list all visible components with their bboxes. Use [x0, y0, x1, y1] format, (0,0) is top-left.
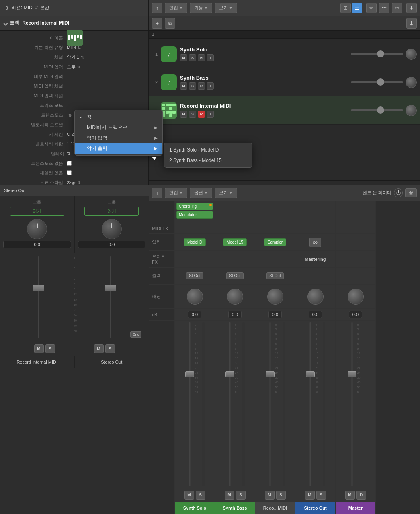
menu-item-inst-input[interactable]: 악기 입력 ▶	[75, 133, 162, 143]
input-monitor-button[interactable]: I	[207, 82, 214, 90]
submenu-item-1[interactable]: 1 Synth Solo - Model D	[164, 145, 252, 155]
st-out-button-2[interactable]: St Out	[226, 272, 243, 279]
scissors-icon[interactable]: ✂	[392, 3, 402, 13]
prop-value[interactable]: ⇅	[67, 113, 72, 117]
fader-thumb-solo[interactable]	[185, 371, 194, 377]
fader-thumb-stereo[interactable]	[306, 371, 315, 377]
record-button[interactable]: R	[198, 111, 205, 118]
prop-value[interactable]	[67, 161, 72, 166]
pan-knob-solo[interactable]	[187, 289, 203, 305]
solo-bass[interactable]: S	[236, 491, 246, 500]
pan-knob-master[interactable]	[348, 289, 364, 305]
mixer-edit-button[interactable]: 편집 ▼	[165, 188, 187, 198]
solo-button[interactable]: S	[189, 111, 196, 118]
fader-thumb-record[interactable]	[266, 371, 275, 377]
fader-thumb-bass[interactable]	[225, 371, 234, 377]
pan-knob[interactable]	[406, 49, 417, 60]
mute-stereo[interactable]: M	[305, 491, 315, 500]
add-track-button[interactable]: +	[152, 18, 162, 29]
solo-btn-left2[interactable]: S	[105, 344, 115, 353]
copy-track-button[interactable]: ⧉	[165, 18, 175, 29]
pan-knob-record[interactable]	[267, 289, 283, 305]
function-button[interactable]: 기능 ▼	[190, 3, 212, 13]
track-icon-synth-bass[interactable]: ♪	[161, 74, 177, 90]
mixer-toolbar: ↑ 편집 ▼ 옵션 ▼ 보기 ▼ 센드 온 페이더 ⏻ 끔	[149, 185, 420, 201]
fader-thumb-v-1[interactable]	[33, 285, 44, 291]
wave-icon[interactable]: 〜	[379, 3, 389, 13]
solo-solo[interactable]: S	[196, 491, 205, 500]
st-out-button-3[interactable]: St Out	[266, 272, 283, 279]
track-icon-display[interactable]	[67, 30, 83, 46]
track-icon-record-midi[interactable]	[161, 102, 177, 119]
modulator-plugin[interactable]: Modulator	[176, 211, 213, 219]
download-button[interactable]: ⬇	[406, 18, 417, 29]
mute-bass[interactable]: M	[225, 491, 234, 500]
read-button-2[interactable]: 읽기	[84, 207, 139, 216]
view-button[interactable]: 보기 ▼	[215, 3, 237, 13]
prop-value[interactable]	[67, 170, 72, 175]
solo-button[interactable]: S	[189, 82, 196, 90]
mixer-options-button[interactable]: 옵션 ▼	[190, 188, 212, 198]
mute-btn-left1[interactable]: M	[34, 344, 44, 353]
mixer-view-button[interactable]: 보기 ▼	[215, 188, 237, 198]
mixer-up-button[interactable]: ↑	[152, 188, 162, 198]
prop-value[interactable]: 모두 ⇅	[67, 64, 80, 70]
menu-item-cut[interactable]: ✓ 끔	[75, 112, 162, 122]
mute-record[interactable]: M	[265, 491, 275, 500]
chord-trig-plugin[interactable]: ChordTrig	[176, 203, 213, 210]
menu-item-midi-to-track[interactable]: MIDI에서 트랙으로 ▶	[75, 122, 162, 133]
solo-btn-left1[interactable]: S	[45, 344, 55, 353]
track-icon-synth-solo[interactable]: ♪	[161, 46, 177, 62]
pan-knob-stereo[interactable]	[307, 289, 324, 305]
model-d-button[interactable]: Model D	[184, 238, 206, 246]
menu-item-inst-output[interactable]: 악기 출력 ▶	[75, 143, 162, 154]
pan-knob-2[interactable]	[102, 219, 122, 239]
pan-knob-1[interactable]	[27, 219, 47, 239]
prop-value[interactable]: MIDI ⇅	[67, 45, 81, 50]
pan-knob-bass[interactable]	[227, 289, 243, 305]
download-icon[interactable]: ⬇	[406, 3, 417, 13]
model-15-button[interactable]: Model 15	[223, 238, 247, 246]
pan-knob[interactable]	[406, 77, 417, 88]
pan-knob[interactable]	[406, 105, 417, 116]
master-ms: M D	[336, 488, 375, 502]
prop-value[interactable]: ⇅	[67, 151, 70, 156]
fader-thumb[interactable]	[377, 106, 384, 114]
grid-view-icon[interactable]: ⊞	[340, 3, 351, 13]
st-out-button-1[interactable]: St Out	[186, 272, 203, 279]
solo-button[interactable]: S	[189, 54, 196, 61]
input-monitor-button[interactable]: I	[207, 54, 214, 61]
read-button-1[interactable]: 읽기	[10, 207, 64, 216]
edit-button[interactable]: 편집 ▼	[165, 3, 187, 13]
volume-fader[interactable]	[351, 109, 403, 111]
fader-thumb-master[interactable]	[348, 371, 356, 377]
infinity-input[interactable]: ∞	[309, 238, 321, 247]
volume-fader[interactable]	[351, 81, 403, 83]
mute-master[interactable]: M	[345, 491, 355, 500]
mute-button[interactable]: M	[180, 54, 187, 61]
sampler-button[interactable]: Sampler	[264, 238, 286, 246]
bnc-button[interactable]: Bnc	[130, 331, 141, 338]
fader-thumb-v-2[interactable]	[105, 285, 116, 291]
mute-button[interactable]: M	[180, 82, 187, 90]
mute-button[interactable]: M	[180, 111, 187, 118]
solo-master[interactable]: D	[356, 491, 366, 500]
pencil-icon[interactable]: ✏	[366, 3, 377, 13]
input-monitor-button[interactable]: I	[207, 111, 214, 118]
list-view-icon[interactable]: ☰	[352, 3, 362, 13]
record-button[interactable]: R	[198, 54, 205, 61]
solo-stereo[interactable]: S	[316, 491, 326, 500]
prop-value[interactable]: 악기 1 ⇅	[67, 54, 84, 60]
off-button[interactable]: 끔	[405, 188, 417, 197]
db-label: dB	[149, 309, 174, 321]
mute-solo[interactable]: M	[184, 491, 194, 500]
fader-thumb[interactable]	[377, 78, 384, 86]
record-button[interactable]: R	[198, 82, 205, 90]
submenu-item-2[interactable]: 2 Synth Bass - Model 15	[164, 155, 252, 166]
mute-btn-left2[interactable]: M	[94, 344, 104, 353]
solo-record[interactable]: S	[276, 491, 286, 500]
power-button[interactable]: ⏻	[394, 188, 403, 197]
volume-fader[interactable]	[351, 53, 403, 55]
fader-thumb[interactable]	[377, 50, 384, 57]
up-arrow-button[interactable]: ↑	[152, 3, 162, 13]
